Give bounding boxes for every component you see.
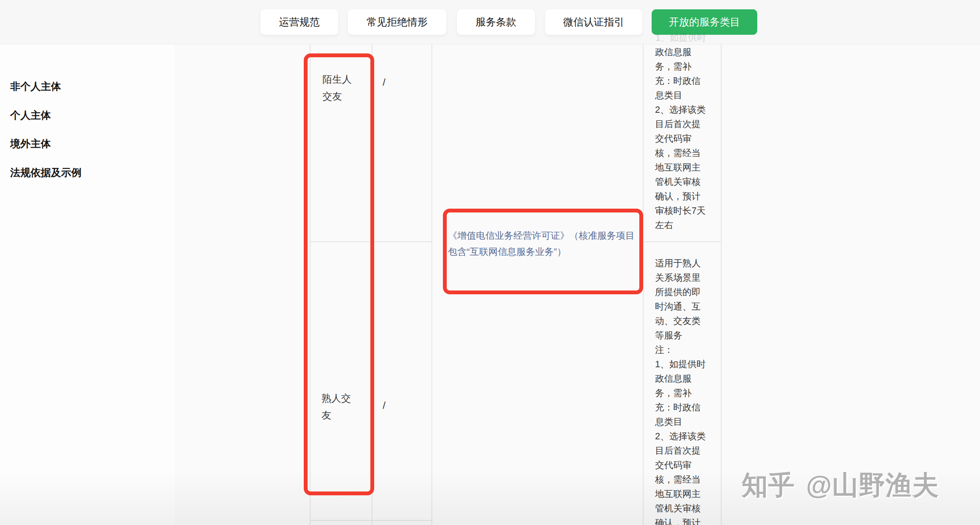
- nav-button-common-rejections[interactable]: 常见拒绝情形: [348, 9, 446, 35]
- clipped-text-under-header: 1、如提供时: [655, 31, 706, 44]
- table-row2-bottom-divider: [310, 520, 432, 521]
- nav-button-terms-of-service[interactable]: 服务条款: [457, 9, 535, 35]
- watermark-brand: 知乎: [742, 470, 795, 500]
- sidebar-item-non-individual[interactable]: 非个人主体: [10, 80, 61, 92]
- note-cell-row1: 政信息服 务，需补 充：时政信 息类目 2、选择该类 目后首次提 交代码审 核，…: [655, 45, 721, 232]
- sidebar-item-overseas[interactable]: 境外主体: [10, 137, 51, 149]
- zhihu-watermark: 知乎@山野渔夫: [742, 467, 939, 503]
- qualification-cell-row2: /: [383, 399, 386, 411]
- sidebar-item-legal-basis-examples[interactable]: 法规依据及示例: [10, 166, 81, 178]
- watermark-author: @山野渔夫: [806, 470, 939, 500]
- table-border-col-c-left: [431, 44, 432, 525]
- top-nav-bar: 运营规范 常见拒绝情形 服务条款 微信认证指引 开放的服务类目: [0, 0, 980, 45]
- table-row-divider-right: [643, 241, 722, 242]
- red-highlight-certificate: [443, 209, 643, 294]
- nav-button-wechat-verification-guide[interactable]: 微信认证指引: [545, 9, 642, 35]
- sidebar-item-individual[interactable]: 个人主体: [10, 109, 51, 120]
- nav-button-operation-rules[interactable]: 运营规范: [260, 9, 338, 35]
- nav-button-open-service-categories[interactable]: 开放的服务类目: [652, 9, 757, 35]
- qualification-cell-row1: /: [383, 76, 386, 88]
- red-highlight-category-column: [304, 53, 374, 495]
- note-cell-row2: 适用于熟人 关系场景里 所提供的即 时沟通、互 动、交友类 等服务 注： 1、如…: [655, 256, 721, 525]
